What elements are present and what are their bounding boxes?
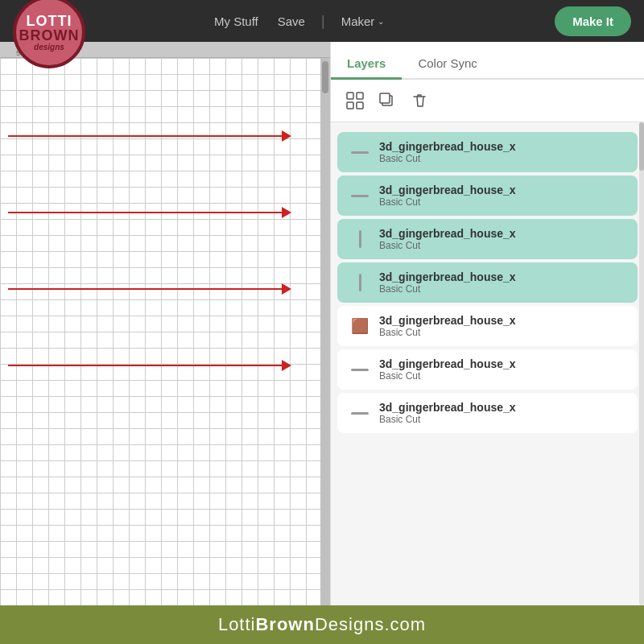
layer-type-7: Basic Cut xyxy=(379,414,516,425)
layer-scroll-thumb xyxy=(639,122,644,171)
logo-line3: designs xyxy=(34,43,64,52)
layer-info-7: 3d_gingerbread_house_x Basic Cut xyxy=(379,401,516,425)
svg-rect-0 xyxy=(347,93,353,99)
layer-name-2: 3d_gingerbread_house_x xyxy=(379,184,516,196)
main-content: 50 xyxy=(0,42,644,605)
panel-tabs: Layers Color Sync xyxy=(331,42,644,80)
svg-rect-3 xyxy=(357,102,363,109)
layer-type-3: Basic Cut xyxy=(379,240,516,251)
layer-name-6: 3d_gingerbread_house_x xyxy=(379,357,516,370)
layer-list-scrollbar[interactable] xyxy=(639,122,644,605)
dash-icon xyxy=(351,412,369,415)
maker-dropdown[interactable]: Maker ⌄ xyxy=(333,10,393,33)
layer-icon-1 xyxy=(349,141,371,163)
save-link[interactable]: Save xyxy=(270,10,313,33)
layer-info-4: 3d_gingerbread_house_x Basic Cut xyxy=(379,270,516,295)
arrow-head-3 xyxy=(282,283,291,295)
svg-rect-5 xyxy=(380,93,390,103)
layer-info-1: 3d_gingerbread_house_x Basic Cut xyxy=(379,140,516,164)
layer-icon-7 xyxy=(349,402,371,424)
canvas-scrollbar[interactable] xyxy=(320,58,330,605)
layer-icon-3 xyxy=(349,228,371,250)
delete-icon[interactable] xyxy=(408,89,431,112)
footer-suffix: Designs.com xyxy=(315,614,426,634)
tab-color-sync[interactable]: Color Sync xyxy=(402,48,493,78)
layer-item[interactable]: 3d_gingerbread_house_x Basic Cut xyxy=(337,175,638,216)
layer-item[interactable]: 3d_gingerbread_house_x Basic Cut xyxy=(337,132,638,172)
arrow-head-2 xyxy=(282,207,291,218)
layer-type-2: Basic Cut xyxy=(379,196,516,208)
arrow-head-4 xyxy=(282,360,291,371)
make-it-button[interactable]: Make It xyxy=(555,6,631,36)
layer-icon-6 xyxy=(349,358,371,381)
layer-item[interactable]: 3d_gingerbread_house_x Basic Cut xyxy=(337,219,638,259)
arrow-line-1 xyxy=(8,135,282,137)
my-stuff-link[interactable]: My Stuff xyxy=(206,10,266,33)
duplicate-icon[interactable] xyxy=(376,89,398,112)
layer-toolbar xyxy=(331,80,644,122)
layer-name-1: 3d_gingerbread_house_x xyxy=(379,140,516,153)
arrow-1 xyxy=(8,130,291,142)
dash-icon xyxy=(351,369,369,371)
layer-name-5: 3d_gingerbread_house_x xyxy=(379,314,516,327)
layer-item[interactable]: 3d_gingerbread_house_x Basic Cut xyxy=(337,349,638,390)
footer-text: LottiBrownDesigns.com xyxy=(218,614,426,635)
canvas-scrollbar-thumb xyxy=(322,61,328,93)
dash-icon xyxy=(351,195,369,197)
vbar-icon xyxy=(359,274,361,291)
arrow-2 xyxy=(8,207,291,218)
dash-icon xyxy=(351,151,369,154)
logo-line1: LOTTI xyxy=(27,14,72,28)
footer-brown: Brown xyxy=(255,614,314,634)
right-panel: Layers Color Sync xyxy=(330,42,644,605)
layer-type-6: Basic Cut xyxy=(379,370,516,382)
arrow-line-2 xyxy=(8,212,282,213)
layer-type-4: Basic Cut xyxy=(379,283,516,295)
canvas-area: 50 xyxy=(0,42,330,605)
top-navigation: LOTTI BROWN designs My Stuff Save | Make… xyxy=(0,0,644,42)
brown-box-icon: 🟫 xyxy=(351,317,369,335)
layer-name-3: 3d_gingerbread_house_x xyxy=(379,227,516,240)
layer-info-5: 3d_gingerbread_house_x Basic Cut xyxy=(379,314,516,338)
chevron-down-icon: ⌄ xyxy=(378,17,384,26)
tab-layers[interactable]: Layers xyxy=(331,48,402,78)
arrow-3 xyxy=(8,283,291,295)
layer-item[interactable]: 3d_gingerbread_house_x Basic Cut xyxy=(337,393,638,433)
arrow-container xyxy=(0,82,330,605)
layer-icon-4 xyxy=(349,271,371,294)
layer-list: 3d_gingerbread_house_x Basic Cut 3d_ging… xyxy=(331,122,644,605)
arrow-head-1 xyxy=(282,130,291,142)
layer-type-5: Basic Cut xyxy=(379,327,516,338)
nav-links: My Stuff Save | Maker ⌄ Make It xyxy=(206,6,631,36)
arrow-line-4 xyxy=(8,365,282,366)
layer-icon-2 xyxy=(349,184,371,207)
vbar-icon xyxy=(359,230,361,248)
group-icon[interactable] xyxy=(344,89,366,112)
layer-type-1: Basic Cut xyxy=(379,153,516,164)
layer-item[interactable]: 3d_gingerbread_house_x Basic Cut xyxy=(337,262,638,303)
arrow-4 xyxy=(8,360,291,371)
footer: LottiBrownDesigns.com xyxy=(0,605,644,644)
layer-item[interactable]: 🟫 3d_gingerbread_house_x Basic Cut xyxy=(337,306,638,346)
layer-info-6: 3d_gingerbread_house_x Basic Cut xyxy=(379,357,516,382)
nav-divider: | xyxy=(316,13,330,30)
maker-label: Maker xyxy=(341,14,375,28)
arrow-line-3 xyxy=(8,288,282,290)
layer-name-7: 3d_gingerbread_house_x xyxy=(379,401,516,414)
layer-info-2: 3d_gingerbread_house_x Basic Cut xyxy=(379,184,516,208)
layer-icon-5: 🟫 xyxy=(349,315,371,337)
canvas-grid[interactable] xyxy=(0,58,330,605)
footer-lotti: Lotti xyxy=(218,614,256,634)
layer-name-4: 3d_gingerbread_house_x xyxy=(379,270,516,283)
svg-rect-2 xyxy=(347,102,353,109)
layer-info-3: 3d_gingerbread_house_x Basic Cut xyxy=(379,227,516,251)
svg-rect-1 xyxy=(357,93,363,99)
logo-line2: BROWN xyxy=(19,28,80,43)
